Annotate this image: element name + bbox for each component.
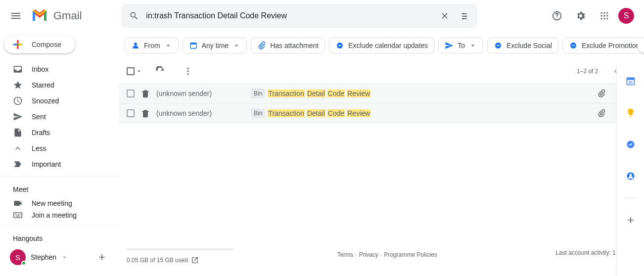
new-chat-button[interactable] [93,248,111,266]
minus-icon [335,41,344,50]
filter-chip-has-attachment[interactable]: Has attachment [251,38,325,53]
caret-down-icon [61,254,67,260]
mail-toolbar: 1–2 of 2 [119,59,644,83]
hangouts-user-row[interactable]: S Stephen [0,246,119,268]
gmail-logo[interactable]: Gmail [30,6,82,26]
contacts-app-button[interactable] [621,166,641,186]
svg-rect-18 [20,214,21,215]
privacy-link[interactable]: Privacy [359,251,378,258]
person-icon [131,41,140,50]
clear-search-button[interactable] [435,6,455,26]
subject-text: Transaction Detail Code Review [268,90,370,97]
svg-rect-33 [627,78,634,80]
select-all-checkbox[interactable] [127,67,135,75]
svg-rect-19 [16,216,20,217]
gear-icon [575,10,586,21]
keyboard-icon [13,210,23,220]
account-avatar[interactable]: S [618,8,634,24]
refresh-icon [155,66,165,76]
sidebar-item-drafts[interactable]: Drafts [0,125,119,140]
footer-links: Terms · Privacy · Programme Policies [337,251,437,258]
search-bar [121,4,477,28]
header-right: S [547,6,640,26]
side-panel-divider [626,198,636,198]
sidebar-item-less[interactable]: Less [0,140,119,156]
svg-point-31 [187,73,188,75]
select-all-control[interactable] [127,67,142,75]
close-icon [440,11,450,21]
plus-icon [626,215,636,225]
file-icon [13,128,23,138]
storage-text[interactable]: 0.05 GB of 15 GB used [127,256,199,264]
row-checkbox[interactable] [127,109,135,117]
apps-button[interactable] [595,6,614,26]
calendar-app-button[interactable]: 31 [621,71,641,91]
sidebar-divider [0,176,119,177]
bin-badge: Bin [251,89,265,98]
filter-chip-to[interactable]: To [438,38,483,53]
apps-grid-icon [599,11,609,21]
settings-button[interactable] [571,6,591,26]
svg-rect-24 [338,45,341,46]
get-addons-button[interactable] [621,210,641,230]
new-meeting-button[interactable]: New meeting [0,197,119,209]
compose-label: Compose [32,41,61,48]
sidebar-item-snoozed[interactable]: Snoozed [0,93,119,109]
sidebar-item-inbox[interactable]: Inbox [0,61,119,77]
search-options-button[interactable] [455,6,474,26]
search-button[interactable] [124,6,144,26]
more-actions-button[interactable] [178,61,198,81]
compose-button[interactable]: Compose [4,36,75,53]
mail-list: (unknown sender)BinTransaction Detail Co… [119,83,644,123]
search-input[interactable] [144,11,435,20]
tune-icon [460,11,469,21]
chevup-icon [13,143,23,153]
presence-indicator [21,261,26,266]
main-menu-button[interactable] [4,4,28,28]
refresh-button[interactable] [150,61,170,81]
chevron-right-icon [641,41,644,50]
svg-rect-15 [15,214,16,215]
filter-chip-exclude-social[interactable]: Exclude Social [487,38,558,53]
trash-icon [140,89,150,98]
search-container [121,4,477,28]
policies-link[interactable]: Programme Policies [384,251,437,258]
minus-icon [494,41,503,50]
filter-chip-any-time[interactable]: Any time [183,38,247,53]
attach-icon [257,41,266,50]
join-meeting-button[interactable]: Join a meeting [0,209,119,221]
subject-text: Transaction Detail Code Review [268,109,370,117]
filter-chip-exclude-calendar-updates[interactable]: Exclude calendar updates [329,38,434,53]
svg-rect-22 [190,43,196,45]
terms-link[interactable]: Terms [337,251,354,258]
subject-cell: BinTransaction Detail Code Review [251,109,591,118]
inbox-icon [13,64,23,74]
filter-chip-from[interactable]: From [125,38,179,53]
svg-point-12 [603,18,605,19]
row-checkbox[interactable] [127,90,135,97]
svg-point-13 [606,18,608,19]
caret-down-icon [164,42,172,49]
mail-row[interactable]: (unknown sender)BinTransaction Detail Co… [119,103,644,123]
meet-header: Meet [0,180,119,197]
filter-chip-exclude-promotions[interactable]: Exclude Promotions [562,38,644,53]
sidebar-item-important[interactable]: Important [0,156,119,172]
svg-point-9 [603,15,605,16]
tasks-app-button[interactable] [621,135,641,154]
search-icon [129,11,139,21]
sidebar-item-sent[interactable]: Sent [0,109,119,125]
svg-rect-28 [572,45,575,46]
sender-text: (unknown sender) [156,90,245,97]
support-button[interactable] [547,6,567,26]
sidebar-item-starred[interactable]: Starred [0,77,119,93]
mail-row[interactable]: (unknown sender)BinTransaction Detail Co… [119,84,644,103]
calendar-icon: 31 [626,76,636,86]
bin-badge: Bin [251,109,265,118]
hangouts-header: Hangouts [0,229,119,246]
keep-icon [626,108,636,118]
star-icon [13,80,23,90]
side-panel: 31 [616,63,644,276]
keep-app-button[interactable] [621,103,641,123]
attachment-icon [597,89,606,98]
tasks-icon [626,139,636,149]
